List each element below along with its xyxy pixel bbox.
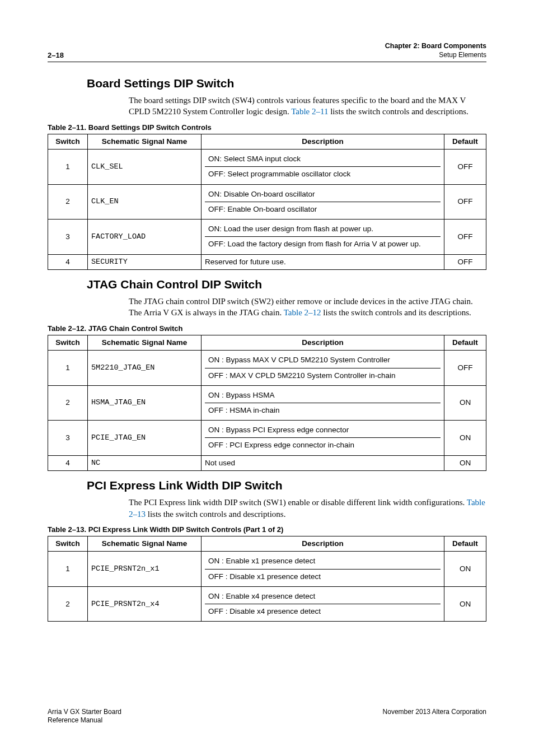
cell-signal: PCIE_JTAG_EN bbox=[88, 421, 202, 455]
cell-signal: CLK_EN bbox=[88, 184, 202, 219]
cell-desc-off: OFF: Enable On-board oscillator bbox=[205, 202, 441, 217]
cell-switch: 1 bbox=[48, 552, 88, 586]
cell-desc-on: ON: Load the user design from flash at p… bbox=[205, 222, 441, 237]
cell-signal: 5M2210_JTAG_EN bbox=[88, 351, 202, 385]
chapter-subline: Setup Elements bbox=[385, 51, 486, 59]
cell-default: ON bbox=[444, 552, 486, 586]
cell-switch: 3 bbox=[48, 220, 88, 254]
cell-default: OFF bbox=[444, 351, 486, 385]
cell-default: OFF bbox=[444, 184, 486, 219]
cell-desc: Not used bbox=[202, 455, 444, 470]
cell-desc-on: ON: Select SMA input clock bbox=[205, 152, 441, 167]
cell-desc: ON : Enable x4 presence detect OFF : Dis… bbox=[202, 586, 444, 621]
table-row: 2 PCIE_PRSNT2n_x4 ON : Enable x4 presenc… bbox=[48, 586, 486, 621]
cell-switch: 1 bbox=[48, 150, 88, 184]
cell-signal: SECURITY bbox=[88, 254, 202, 269]
cell-switch: 2 bbox=[48, 385, 88, 420]
cell-desc: ON: Select SMA input clock OFF: Select p… bbox=[202, 150, 444, 184]
cell-desc-off: OFF : Disable x1 presence detect bbox=[205, 570, 441, 584]
cell-signal: PCIE_PRSNT2n_x4 bbox=[88, 586, 202, 621]
footer-right: November 2013 Altera Corporation bbox=[383, 708, 486, 725]
cell-desc: Reserved for future use. bbox=[202, 254, 444, 269]
table-row: 2 HSMA_JTAG_EN ON : Bypass HSMA OFF : HS… bbox=[48, 385, 486, 420]
section-pcie-post: lists the switch controls and descriptio… bbox=[146, 510, 285, 519]
cell-desc-on: ON : Bypass PCI Express edge connector bbox=[205, 423, 441, 438]
cell-default: ON bbox=[444, 586, 486, 621]
cell-default: ON bbox=[444, 421, 486, 455]
cell-signal: PCIE_PRSNT2n_x1 bbox=[88, 552, 202, 586]
table-2-13: Switch Schematic Signal Name Description… bbox=[48, 536, 486, 622]
cell-desc-on: ON: Disable On-board oscillator bbox=[205, 187, 441, 202]
th-default: Default bbox=[444, 335, 486, 351]
th-desc: Description bbox=[202, 536, 444, 552]
cell-desc: ON: Disable On-board oscillator OFF: Ena… bbox=[202, 184, 444, 219]
section-board-post: lists the switch controls and descriptio… bbox=[328, 107, 468, 116]
table-2-12-caption: Table 2–12. JTAG Chain Control Switch bbox=[48, 324, 486, 333]
page-number: 2–18 bbox=[48, 51, 64, 59]
cell-desc-off: OFF: Load the factory design from flash … bbox=[205, 237, 441, 251]
table-2-11: Switch Schematic Signal Name Description… bbox=[48, 134, 486, 270]
table-2-13-caption: Table 2–13. PCI Express Link Width DIP S… bbox=[48, 525, 486, 534]
cell-default: OFF bbox=[444, 220, 486, 254]
cell-desc: ON : Bypass MAX V CPLD 5M2210 System Con… bbox=[202, 351, 444, 385]
cell-desc-off: OFF : HSMA in-chain bbox=[205, 403, 441, 418]
cell-signal: NC bbox=[88, 455, 202, 470]
section-title-pcie: PCI Express Link Width DIP Switch bbox=[87, 479, 486, 492]
th-switch: Switch bbox=[48, 335, 88, 351]
table-2-11-caption: Table 2–11. Board Settings DIP Switch Co… bbox=[48, 123, 486, 132]
section-title-board: Board Settings DIP Switch bbox=[87, 77, 486, 90]
link-table-2-12[interactable]: Table 2–12 bbox=[284, 308, 321, 317]
cell-switch: 1 bbox=[48, 351, 88, 385]
table-row: 4 SECURITY Reserved for future use. OFF bbox=[48, 254, 486, 269]
cell-switch: 2 bbox=[48, 184, 88, 219]
cell-desc-on: ON : Enable x4 presence detect bbox=[205, 589, 441, 604]
cell-default: OFF bbox=[444, 150, 486, 184]
cell-signal: FACTORY_LOAD bbox=[88, 220, 202, 254]
page-footer: Arria V GX Starter Board Reference Manua… bbox=[48, 708, 486, 725]
th-signal: Schematic Signal Name bbox=[88, 134, 202, 150]
table-row: 1 PCIE_PRSNT2n_x1 ON : Enable x1 presenc… bbox=[48, 552, 486, 586]
table-row: 3 PCIE_JTAG_EN ON : Bypass PCI Express e… bbox=[48, 421, 486, 455]
cell-default: ON bbox=[444, 385, 486, 420]
cell-switch: 3 bbox=[48, 421, 88, 455]
th-signal: Schematic Signal Name bbox=[88, 536, 202, 552]
cell-desc: ON : Bypass HSMA OFF : HSMA in-chain bbox=[202, 385, 444, 420]
cell-signal: CLK_SEL bbox=[88, 150, 202, 184]
section-pcie-pre: The PCI Express link width DIP switch (S… bbox=[129, 498, 467, 507]
cell-desc-on: ON : Bypass HSMA bbox=[205, 388, 441, 403]
section-para-pcie: The PCI Express link width DIP switch (S… bbox=[129, 497, 486, 520]
section-para-board: The board settings DIP switch (SW4) cont… bbox=[129, 95, 486, 118]
table-row: 1 5M2210_JTAG_EN ON : Bypass MAX V CPLD … bbox=[48, 351, 486, 385]
th-desc: Description bbox=[202, 335, 444, 351]
table-row: 2 CLK_EN ON: Disable On-board oscillator… bbox=[48, 184, 486, 219]
header-rule bbox=[48, 62, 486, 62]
cell-desc-off: OFF : Disable x4 presence detect bbox=[205, 604, 441, 619]
footer-left-2: Reference Manual bbox=[48, 716, 102, 724]
page-header: 2–18 Chapter 2: Board Components Setup E… bbox=[48, 42, 486, 59]
section-para-jtag: The JTAG chain control DIP switch (SW2) … bbox=[129, 296, 486, 319]
cell-switch: 4 bbox=[48, 254, 88, 269]
cell-signal: HSMA_JTAG_EN bbox=[88, 385, 202, 420]
table-2-12: Switch Schematic Signal Name Description… bbox=[48, 335, 486, 471]
table-row: 4 NC Not used ON bbox=[48, 455, 486, 470]
section-jtag-post: lists the switch controls and its descri… bbox=[321, 308, 471, 317]
section-title-jtag: JTAG Chain Control DIP Switch bbox=[87, 278, 486, 291]
th-switch: Switch bbox=[48, 134, 88, 150]
cell-default: ON bbox=[444, 455, 486, 470]
table-row: 1 CLK_SEL ON: Select SMA input clock OFF… bbox=[48, 150, 486, 184]
cell-desc: ON: Load the user design from flash at p… bbox=[202, 220, 444, 254]
table-row: 3 FACTORY_LOAD ON: Load the user design … bbox=[48, 220, 486, 254]
th-default: Default bbox=[444, 134, 486, 150]
cell-desc: ON : Enable x1 presence detect OFF : Dis… bbox=[202, 552, 444, 586]
th-default: Default bbox=[444, 536, 486, 552]
cell-switch: 4 bbox=[48, 455, 88, 470]
cell-desc-off: OFF: Select programmable oscillator cloc… bbox=[205, 167, 441, 181]
cell-desc-on: ON : Enable x1 presence detect bbox=[205, 554, 441, 569]
th-desc: Description bbox=[202, 134, 444, 150]
cell-switch: 2 bbox=[48, 586, 88, 621]
cell-default: OFF bbox=[444, 254, 486, 269]
cell-desc-on: ON : Bypass MAX V CPLD 5M2210 System Con… bbox=[205, 353, 441, 368]
chapter-line: Chapter 2: Board Components bbox=[385, 42, 486, 51]
th-switch: Switch bbox=[48, 536, 88, 552]
link-table-2-11[interactable]: Table 2–11 bbox=[291, 107, 328, 116]
